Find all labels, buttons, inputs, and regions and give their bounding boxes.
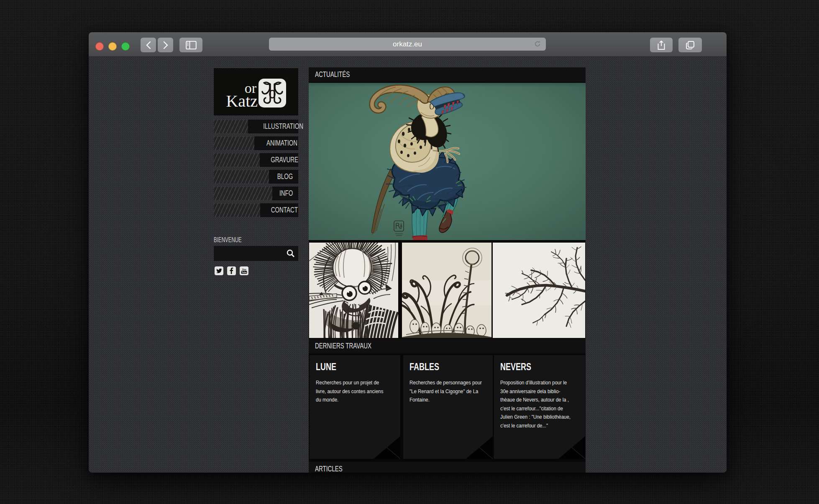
svg-text:You: You (242, 268, 246, 271)
svg-text:Tube: Tube (241, 271, 246, 274)
